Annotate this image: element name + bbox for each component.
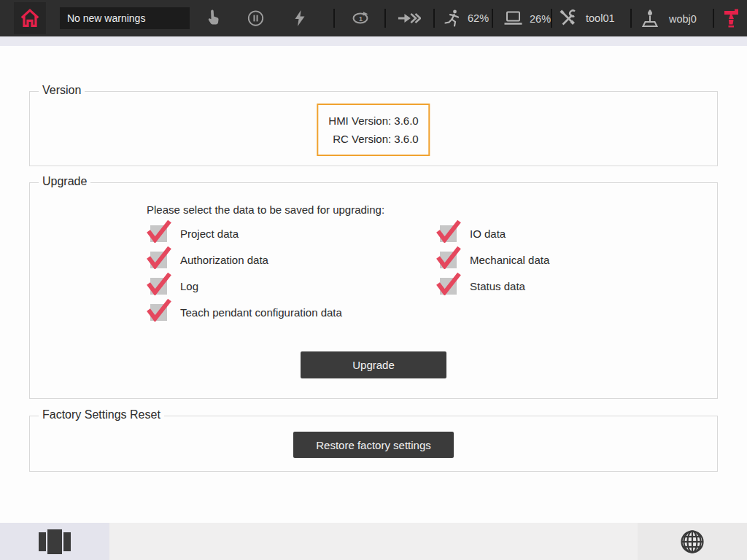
upgrade-section: Upgrade Please select the data to be sav…	[29, 182, 718, 399]
topbar-divider	[630, 9, 632, 28]
checkbox-label: Log	[180, 280, 198, 292]
checkbox-label: Authorization data	[180, 254, 268, 266]
topbar-divider	[713, 9, 714, 28]
speed-percent-text: 62%	[468, 12, 489, 24]
teach-pendant-screen: No new warnings 1	[0, 0, 747, 560]
brand-logo-icon	[723, 7, 740, 29]
checkbox-box[interactable]	[150, 304, 167, 321]
restore-factory-settings-button[interactable]: Restore factory settings	[293, 432, 454, 458]
check-icon	[146, 271, 172, 295]
warning-status-text: No new warnings	[67, 12, 145, 24]
tool-selector[interactable]: tool01	[559, 9, 615, 27]
check-icon	[146, 219, 172, 243]
home-icon	[19, 7, 41, 29]
checkbox-io-data[interactable]: IO data	[440, 225, 506, 242]
menu-panel-button[interactable]	[0, 523, 109, 560]
checkbox-mechanical-data[interactable]: Mechanical data	[440, 252, 549, 268]
topbar-divider	[384, 9, 386, 28]
hmi-version-text: HMI Version: 3.6.0	[328, 112, 418, 130]
topbar-divider	[551, 9, 552, 28]
storage-percent-text: 26%	[530, 12, 551, 24]
run-mode-button[interactable]: 1	[349, 9, 371, 27]
workobject-name-text: wobj0	[669, 12, 697, 24]
runner-icon	[444, 9, 461, 28]
checkbox-box[interactable]	[150, 252, 167, 268]
checkbox-box[interactable]	[150, 225, 167, 242]
storage-indicator[interactable]: 26%	[503, 10, 551, 27]
version-info-box: HMI Version: 3.6.0 RC Version: 3.6.0	[317, 104, 430, 156]
svg-text:1: 1	[359, 15, 363, 23]
system-page-content: Version HMI Version: 3.6.0 RC Version: 3…	[0, 46, 747, 523]
top-status-bar: No new warnings 1	[0, 0, 747, 36]
check-icon	[146, 298, 172, 322]
check-icon	[436, 245, 462, 269]
pause-icon	[247, 9, 265, 28]
version-section-legend: Version	[39, 84, 85, 97]
checkbox-log[interactable]: Log	[150, 278, 198, 295]
warning-status-field[interactable]: No new warnings	[60, 7, 190, 29]
topbar-divider	[333, 9, 335, 28]
loop-once-icon: 1	[349, 9, 371, 27]
checkbox-box[interactable]	[440, 252, 457, 268]
upgrade-prompt-text: Please select the data to be saved for u…	[147, 203, 384, 216]
topbar-divider	[492, 9, 493, 28]
checkbox-label: Teach pendant configuration data	[180, 306, 342, 319]
language-button[interactable]	[638, 523, 747, 560]
checkbox-status-data[interactable]: Status data	[440, 278, 525, 295]
globe-icon	[679, 529, 705, 555]
tool-name-text: tool01	[586, 12, 615, 24]
checkbox-box[interactable]	[150, 278, 167, 295]
upgrade-button[interactable]: Upgrade	[301, 351, 446, 378]
brand-logo	[723, 7, 740, 29]
checkbox-box[interactable]	[440, 225, 457, 242]
columns-menu-icon	[39, 529, 71, 554]
upgrade-section-legend: Upgrade	[39, 175, 90, 188]
laptop-icon	[503, 10, 523, 27]
topbar-shadow-strip	[0, 36, 747, 46]
checkbox-label: IO data	[470, 228, 506, 240]
joystick-icon	[640, 9, 659, 28]
check-icon	[146, 245, 172, 269]
factory-reset-section: Factory Settings Reset Restore factory s…	[29, 416, 718, 472]
hand-icon	[204, 9, 222, 28]
checkbox-box[interactable]	[440, 278, 457, 295]
speed-indicator[interactable]: 62%	[444, 9, 489, 28]
home-button[interactable]	[14, 2, 46, 34]
checkbox-authorization-data[interactable]: Authorization data	[150, 252, 268, 268]
checkbox-label: Mechanical data	[470, 254, 549, 266]
checkbox-project-data[interactable]: Project data	[150, 225, 239, 242]
checkbox-label: Project data	[180, 228, 239, 240]
topbar-divider	[433, 9, 435, 28]
tools-icon	[559, 9, 576, 27]
lightning-icon	[292, 9, 308, 27]
checkbox-teach-pendant-config-data[interactable]: Teach pendant configuration data	[150, 304, 342, 321]
factory-reset-legend: Factory Settings Reset	[39, 408, 164, 421]
workobject-selector[interactable]: wobj0	[640, 9, 697, 28]
check-icon	[436, 271, 462, 295]
fast-forward-icon	[398, 9, 421, 27]
pause-state-button[interactable]	[247, 9, 265, 28]
rc-version-text: RC Version: 3.6.0	[328, 130, 418, 148]
power-state-button[interactable]	[292, 9, 308, 27]
bottom-bar	[0, 523, 747, 560]
hand-guide-button[interactable]	[204, 9, 222, 28]
check-icon	[436, 219, 462, 243]
step-forward-button[interactable]	[398, 9, 421, 27]
version-section: Version HMI Version: 3.6.0 RC Version: 3…	[29, 91, 718, 166]
checkbox-label: Status data	[470, 280, 525, 292]
